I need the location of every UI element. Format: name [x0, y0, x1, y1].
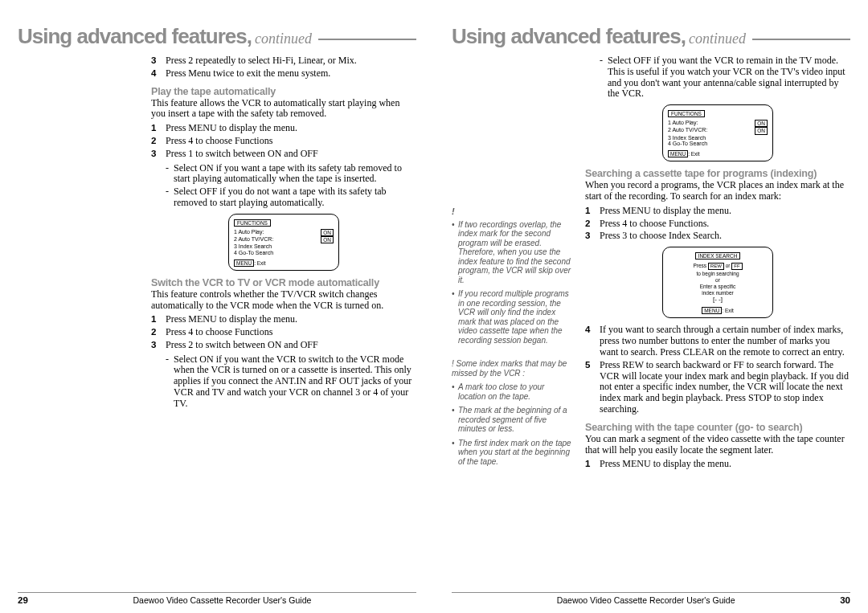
osd-line: index number	[668, 290, 768, 296]
step: 5Press REW to search backward or FF to s…	[585, 360, 850, 415]
osd-row: 4 Go-To Search	[668, 141, 768, 147]
osd-line: or	[668, 277, 768, 283]
step-text: Press MENU to display the menu.	[166, 314, 416, 325]
step: 2Press 4 to choose Functions	[151, 136, 416, 147]
sub-item: Select ON if you want the VCR to switch …	[166, 354, 416, 410]
step-num: 1	[585, 459, 600, 470]
step-num: 5	[585, 360, 600, 415]
step-text: Press MENU to display the menu.	[166, 123, 416, 134]
osd-value: ON	[321, 236, 334, 243]
intro-text: When you record a programs, the VCR plac…	[585, 180, 850, 202]
step-text: Press 4 to choose Functions	[166, 327, 416, 338]
osd-value: ON	[321, 229, 334, 236]
step-text: Press 1 to switch between ON and OFF	[166, 149, 416, 160]
osd-label: 1 Auto Play:	[234, 229, 264, 236]
step: 2Press 4 to choose Functions	[151, 327, 416, 338]
osd-menu-exit: MENU: Exit	[668, 150, 768, 157]
osd-box-ff: FF	[731, 263, 742, 270]
osd-line: Press REW or FF	[668, 263, 768, 270]
subhead-searching-index: Searching a cassette tape for programs (…	[585, 168, 850, 179]
footer-right: 30 Daewoo Video Cassette Recorder User's…	[452, 592, 850, 605]
osd-row: 3 Index Search	[234, 243, 334, 250]
step-num: 4	[151, 68, 166, 80]
intro-text: This feature controls whether the TV/VCR…	[151, 289, 416, 312]
step: 4Press Menu twice to exit the menu syste…	[151, 68, 416, 80]
osd-label: 3 Index Search	[234, 243, 272, 250]
osd-menu-box: MENU	[234, 260, 254, 267]
footer-guide: Daewoo Video Cassette Recorder User's Gu…	[452, 595, 840, 605]
osd-menu-box: MENU	[702, 307, 722, 314]
title-main: Using advanced features,	[18, 24, 252, 49]
note-bullet: If two recordings overlap, the index mar…	[452, 220, 572, 285]
footer-guide: Daewoo Video Cassette Recorder User's Gu…	[28, 595, 416, 605]
osd-value: ON	[755, 127, 768, 134]
page-number: 30	[840, 595, 850, 605]
steps: 1Press MENU to display the menu. 2Press …	[151, 123, 416, 159]
title-rule	[752, 39, 850, 40]
osd-title-box: INDEX SEARCH	[695, 252, 741, 260]
step-text: Press 3 to choose Index Search.	[600, 231, 850, 242]
spread: Using advanced features, continued 3Pres…	[0, 0, 868, 613]
osd-label: 2 Auto TV/VCR:	[668, 127, 707, 134]
note-bullet: The first index mark on the tape when yo…	[452, 439, 572, 467]
step-text: Press REW to search backward or FF to se…	[600, 360, 850, 415]
osd-row: 3 Index Search	[668, 135, 768, 141]
osd-label: 4 Go-To Search	[668, 141, 707, 147]
osd-menu-exit: MENU: Exit	[668, 307, 768, 314]
page-29: Using advanced features, continued 3Pres…	[0, 0, 434, 613]
left-main-col: 3Press 2 repeatedly to select Hi-Fi, Lin…	[151, 54, 416, 581]
step: 1Press MENU to display the menu.	[151, 123, 416, 134]
pre-steps: 3Press 2 repeatedly to select Hi-Fi, Lin…	[151, 55, 416, 80]
step-text: Press Menu twice to exit the menu system…	[166, 68, 416, 80]
intro-text: This feature allows the VCR to automatic…	[151, 98, 416, 121]
title-continued: continued	[689, 31, 746, 47]
step-num: 1	[585, 206, 600, 217]
left-margin-col	[18, 54, 138, 581]
step-num: 3	[151, 340, 166, 351]
sub-bullets: Select ON if you want a tape with its sa…	[166, 163, 416, 209]
footer-left: 29 Daewoo Video Cassette Recorder User's…	[18, 592, 416, 605]
step-num: 1	[151, 314, 166, 325]
sub-item: Select OFF if you do not want a tape wit…	[166, 186, 416, 209]
osd-title-box: FUNCTIONS	[234, 219, 271, 227]
osd-row: 2 Auto TV/VCR:ON	[234, 236, 334, 243]
note-bullet: If you record multiple programs in one r…	[452, 289, 572, 345]
step-num: 2	[585, 219, 600, 230]
osd-row: 2 Auto TV/VCR:ON	[668, 127, 768, 134]
more-steps: 4If you want to search through a certain…	[585, 325, 850, 415]
osd-box-rew: REW	[708, 263, 724, 270]
osd-menu-exit: MENU: Exit	[234, 260, 334, 267]
steps: 1Press MENU to display the menu.	[585, 459, 850, 470]
title-main: Using advanced features,	[452, 24, 686, 49]
intro-text: You can mark a segment of the video cass…	[585, 434, 850, 456]
margin-notes: ! If two recordings overlap, the index m…	[452, 54, 572, 581]
note-bullet: A mark too close to your location on the…	[452, 382, 572, 401]
osd-label: 3 Index Search	[668, 135, 706, 141]
step: 3Press 3 to choose Index Search.	[585, 231, 850, 242]
subhead-switch-vcr: Switch the VCR to TV or VCR mode automat…	[151, 277, 416, 288]
osd-value: ON	[755, 120, 768, 127]
columns: ! If two recordings overlap, the index m…	[452, 54, 850, 581]
step: 1Press MENU to display the menu.	[585, 206, 850, 217]
osd-row: 1 Auto Play:ON	[234, 229, 334, 236]
step: 1Press MENU to display the menu.	[151, 314, 416, 325]
subhead-goto-search: Searching with the tape counter (go- to …	[585, 422, 850, 433]
osd-label: 1 Auto Play:	[668, 120, 698, 127]
step-text: Press MENU to display the menu.	[600, 206, 850, 217]
title-rule	[318, 39, 416, 40]
step-num: 1	[151, 123, 166, 134]
columns: 3Press 2 repeatedly to select Hi-Fi, Lin…	[18, 54, 416, 581]
osd-line: Enter a specific	[668, 284, 768, 289]
osd-text: or	[724, 263, 731, 268]
step: 2Press 4 to choose Functions.	[585, 219, 850, 230]
pre-sub-bullets: Select OFF if you want the VCR to remain…	[600, 55, 850, 100]
page-title-row: Using advanced features, continued	[18, 24, 416, 49]
page-number: 29	[18, 595, 28, 605]
step-text: Press MENU to display the menu.	[600, 459, 850, 470]
page-title-row: Using advanced features, continued	[452, 24, 850, 49]
osd-index-search: INDEX SEARCH Press REW or FF to begin se…	[662, 247, 773, 318]
osd-row: 4 Go-To Search	[234, 250, 334, 256]
note-lead: ! Some index marks that may be missed by…	[452, 359, 572, 378]
osd-index-field: [- -]	[668, 296, 768, 304]
subhead-play-tape: Play the tape automatically	[151, 86, 416, 97]
